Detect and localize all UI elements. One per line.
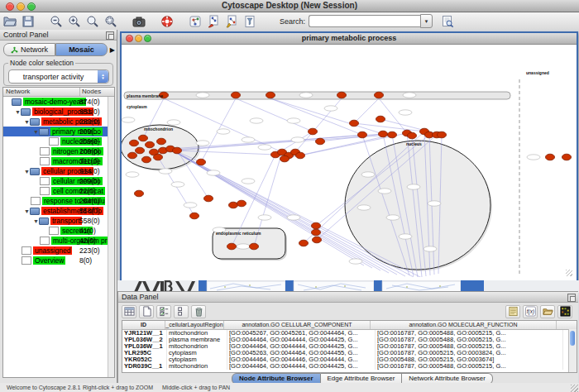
search-settings-button[interactable] — [439, 14, 456, 29]
network-node[interactable] — [388, 131, 397, 138]
tree-row-biological-process[interactable]: ▼biological_process651(0) — [3, 107, 114, 117]
expander-icon[interactable]: ▼ — [33, 218, 39, 224]
zoom-out-button[interactable] — [48, 14, 65, 29]
node-label-ellipse[interactable] — [386, 215, 400, 220]
network-node[interactable] — [266, 92, 275, 98]
node-label-ellipse[interactable] — [349, 259, 362, 264]
network-node[interactable] — [197, 159, 206, 165]
snapshot-button[interactable] — [131, 14, 147, 29]
network-node[interactable] — [146, 141, 155, 148]
zoom-selected-button[interactable] — [103, 14, 119, 29]
network-node[interactable] — [316, 138, 325, 145]
edit-network-button[interactable] — [205, 14, 222, 29]
select-attributes-button[interactable] — [156, 305, 171, 318]
network-node[interactable] — [313, 237, 322, 243]
node-label-ellipse[interactable] — [428, 201, 441, 206]
tree-row-primary-metabo[interactable]: ▼primary metabo209(... — [3, 127, 114, 136]
tree-row-multi-organism-pro[interactable]: multi-organism pro42(0) — [3, 236, 114, 246]
network-node[interactable] — [227, 243, 237, 250]
network-node[interactable] — [130, 140, 139, 146]
import-attributes-button[interactable] — [540, 305, 555, 318]
tree-row-response-to-stimulu[interactable]: response to stimulu264(0) — [3, 196, 114, 206]
matrix-button[interactable] — [557, 305, 572, 318]
app-titlebar[interactable]: Cytoscape Desktop (New Session) — [0, 0, 579, 12]
network-node[interactable] — [142, 156, 151, 163]
node-label-ellipse[interactable] — [287, 118, 300, 123]
node-label-ellipse[interactable] — [287, 215, 300, 220]
tree-row-cellular-process[interactable]: ▼cellular process614(0) — [3, 166, 114, 176]
annotate-network-button[interactable] — [223, 14, 240, 29]
network-node[interactable] — [157, 138, 166, 145]
node-label-ellipse[interactable] — [167, 120, 180, 125]
tree-row-cellular-metabo[interactable]: cellular metabo209(0) — [3, 176, 114, 186]
network-node[interactable] — [154, 154, 163, 160]
network-node[interactable] — [173, 147, 182, 154]
node-label-ellipse[interactable] — [159, 169, 172, 174]
tree-row-overview[interactable]: Overview8(0) — [3, 256, 114, 265]
node-label-ellipse[interactable] — [403, 93, 416, 98]
search-input[interactable] — [309, 15, 420, 27]
network-overview-button[interactable] — [187, 14, 203, 29]
network-node[interactable] — [562, 154, 572, 160]
network-view-window[interactable]: primary metabolic process plasma membran… — [120, 31, 578, 282]
node-label-ellipse[interactable] — [357, 205, 371, 210]
node-color-dropdown[interactable]: transporter activity ▲▼ — [8, 69, 109, 84]
network-node[interactable] — [376, 116, 385, 122]
table-scrollbar[interactable] — [568, 329, 577, 372]
network-node[interactable] — [190, 213, 199, 219]
network-node[interactable] — [312, 222, 321, 229]
node-label-ellipse[interactable] — [324, 106, 337, 111]
table-scrollbar-thumb[interactable] — [570, 331, 575, 346]
node-label-ellipse[interactable] — [399, 234, 412, 239]
tree-row-transport[interactable]: ▼transport558(0) — [3, 216, 114, 226]
window-resize-grip[interactable] — [571, 385, 578, 392]
table-row-ypl036w__2[interactable]: YPL036W__2plasma membrane[GO:0044464, GO… — [122, 337, 577, 343]
zoom-in-button[interactable] — [66, 14, 83, 29]
node-label-ellipse[interactable] — [258, 145, 271, 150]
node-label-ellipse[interactable] — [171, 182, 184, 187]
attribute-table-header[interactable]: ID _cellularLayoutRegion annotation.GO C… — [122, 321, 577, 330]
unselect-attributes-button[interactable] — [174, 305, 189, 318]
network-node[interactable] — [229, 202, 238, 208]
view-resize-grip[interactable] — [566, 270, 572, 276]
delete-attribute-button[interactable] — [191, 305, 206, 318]
expander-icon[interactable]: ▼ — [33, 129, 39, 135]
node-label-ellipse[interactable] — [291, 137, 304, 142]
network-node[interactable] — [136, 147, 145, 154]
function-builder-button[interactable]: f(x) — [523, 305, 538, 318]
expander-icon[interactable]: ▼ — [15, 109, 21, 115]
tree-row-unassigned[interactable]: unassigned223(0) — [3, 246, 114, 256]
open-button[interactable] — [2, 14, 18, 29]
network-window-titlebar[interactable]: primary metabolic process — [122, 33, 577, 45]
tree-row-macromolecule[interactable]: macromolecule311(0) — [3, 156, 114, 166]
save-button[interactable] — [20, 14, 36, 29]
table-row-ylr295c[interactable]: YLR295Ccytoplasm[GO:0045263, GO:0044464,… — [122, 350, 577, 356]
tab-overflow-arrow[interactable]: ▶ — [110, 46, 115, 54]
network-node[interactable] — [408, 132, 417, 139]
filter-button[interactable] — [242, 14, 258, 29]
network-node[interactable] — [296, 152, 305, 159]
node-label-ellipse[interactable] — [242, 179, 255, 184]
node-label-ellipse[interactable] — [196, 141, 209, 146]
network-node[interactable] — [299, 240, 309, 246]
tree-scrollbar[interactable] — [108, 97, 114, 377]
node-label-ellipse[interactable] — [207, 170, 220, 175]
table-row-yjr121w__1[interactable]: YJR121W__1mitochondrion[GO:0045267, GO:0… — [122, 330, 577, 337]
table-options-button[interactable] — [122, 305, 136, 318]
node-label-ellipse[interactable] — [361, 172, 375, 177]
network-node[interactable] — [232, 92, 241, 98]
network-canvas[interactable]: plasma membranecytoplasmmitochondrionnuc… — [122, 45, 573, 277]
network-node[interactable] — [337, 92, 347, 98]
search-dropdown-arrow[interactable]: ▼ — [420, 14, 433, 28]
node-label-ellipse[interactable] — [237, 244, 250, 249]
node-label-ellipse[interactable] — [217, 129, 230, 134]
expander-icon[interactable]: ▼ — [24, 119, 30, 125]
table-row-ykr052c[interactable]: YKR052Ccytoplasm[GO:0044464, GO:0044446,… — [122, 356, 577, 363]
tree-row-nucleobase-[interactable]: nucleobase-209(0) — [3, 136, 114, 146]
network-node[interactable] — [309, 128, 318, 135]
node-label-ellipse[interactable] — [378, 189, 391, 194]
node-label-ellipse[interactable] — [407, 184, 420, 189]
network-node[interactable] — [438, 131, 447, 138]
network-node[interactable] — [546, 154, 555, 160]
tab-mosaic[interactable]: Mosaic — [55, 43, 108, 56]
